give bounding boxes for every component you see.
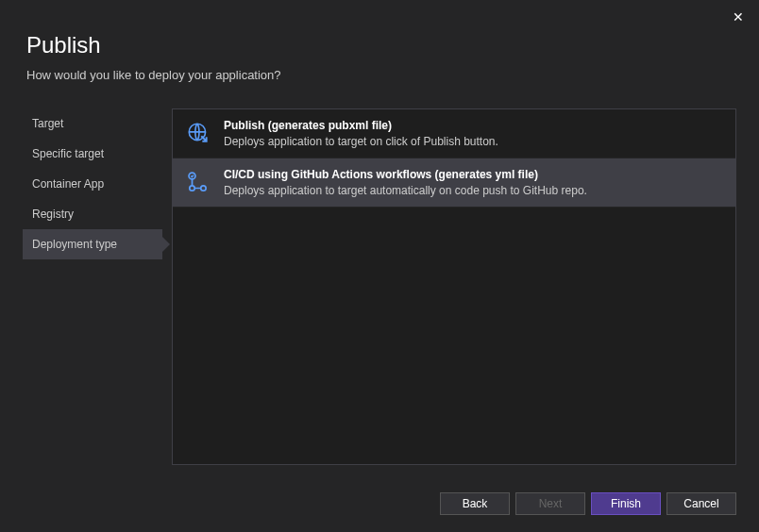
svg-point-2 — [190, 186, 194, 191]
close-icon[interactable]: ✕ — [729, 8, 748, 26]
globe-publish-icon — [186, 121, 211, 145]
option-desc: Deploys application to target automatica… — [224, 184, 722, 197]
back-button[interactable]: Back — [440, 492, 510, 515]
svg-point-3 — [201, 186, 206, 191]
wizard-steps-sidebar: Target Specific target Container App Reg… — [23, 108, 162, 465]
option-publish-pubxml[interactable]: Publish (generates pubxml file) Deploys … — [173, 109, 735, 158]
sidebar-item-label: Specific target — [32, 147, 104, 160]
option-cicd-github-actions[interactable]: CI/CD using GitHub Actions workflows (ge… — [173, 158, 735, 208]
page-title: Publish — [26, 32, 733, 58]
next-button: Next — [515, 492, 585, 515]
finish-button[interactable]: Finish — [591, 492, 661, 515]
option-desc: Deploys application to target on click o… — [224, 135, 722, 148]
cancel-button[interactable]: Cancel — [666, 492, 736, 515]
options-panel: Publish (generates pubxml file) Deploys … — [172, 108, 736, 465]
sidebar-item-deployment-type[interactable]: Deployment type — [23, 229, 162, 259]
sidebar-item-target[interactable]: Target — [23, 108, 162, 139]
sidebar-item-registry[interactable]: Registry — [23, 199, 162, 229]
dialog-header: Publish How would you like to deploy you… — [0, 0, 759, 93]
sidebar-item-label: Registry — [32, 208, 74, 221]
sidebar-item-specific-target[interactable]: Specific target — [23, 139, 162, 169]
dialog-footer: Back Next Finish Cancel — [440, 492, 736, 515]
sidebar-item-container-app[interactable]: Container App — [23, 169, 162, 199]
workflow-icon — [186, 170, 211, 194]
option-text: CI/CD using GitHub Actions workflows (ge… — [224, 168, 722, 197]
sidebar-item-label: Deployment type — [32, 238, 117, 251]
option-title: CI/CD using GitHub Actions workflows (ge… — [224, 168, 722, 181]
sidebar-item-label: Target — [32, 117, 63, 130]
option-title: Publish (generates pubxml file) — [224, 119, 722, 132]
option-text: Publish (generates pubxml file) Deploys … — [224, 119, 722, 148]
sidebar-item-label: Container App — [32, 177, 104, 191]
page-subtitle: How would you like to deploy your applic… — [26, 68, 733, 82]
